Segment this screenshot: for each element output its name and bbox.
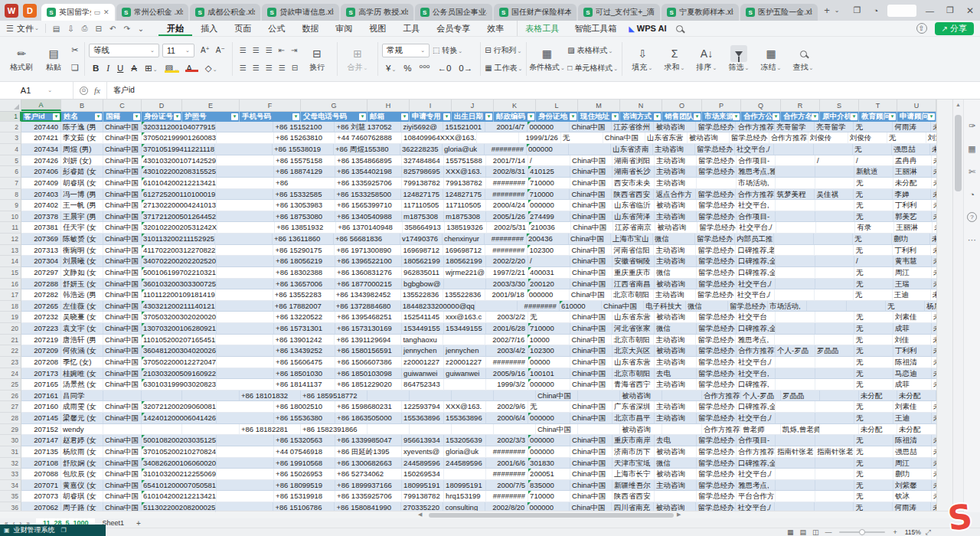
document-tab[interactable]: S贷款申请信息.xlsx (262, 4, 339, 21)
cell[interactable]: 411702200312270822 (142, 245, 216, 257)
cell[interactable]: 留学总经办 (697, 345, 737, 357)
cell[interactable] (815, 357, 854, 368)
zoom-level[interactable]: 115% (905, 528, 921, 536)
underline-button[interactable]: U (113, 64, 127, 73)
wps-logo-icon[interactable]: W (5, 4, 18, 18)
row-number[interactable]: 24 (0, 368, 21, 380)
cell[interactable] (815, 335, 854, 346)
cell[interactable]: China中国 (103, 435, 142, 446)
cell[interactable]: 留学总经办 (697, 413, 737, 424)
cell[interactable]: 陈子逸 (男 (61, 122, 103, 133)
filter-dropdown-button[interactable]: ▼ (443, 113, 450, 120)
cell[interactable] (217, 368, 274, 380)
cell[interactable] (815, 458, 854, 469)
cell[interactable]: 2000/4/24 (486, 200, 528, 211)
cell[interactable]: 左佳薇 (女 (61, 301, 103, 312)
cell[interactable]: 180995191 (402, 480, 444, 492)
cell[interactable]: 207071 (21, 480, 61, 492)
cell[interactable] (217, 357, 274, 368)
cell[interactable]: 微信 (686, 301, 728, 312)
row-number[interactable]: 18 (0, 301, 21, 312)
cell[interactable]: +86 15320563 (274, 435, 335, 446)
cell[interactable]: 社交平台,/ (737, 413, 776, 424)
cell[interactable]: 180562199 (444, 256, 486, 267)
cell[interactable]: +86 18501030 (274, 368, 335, 380)
tab-smart-toolbox[interactable]: 智能工具箱 (567, 23, 624, 34)
cell[interactable]: 济南市历下 (612, 446, 655, 458)
column-letter[interactable]: N (620, 100, 662, 111)
row-number[interactable]: 31 (0, 446, 21, 458)
cell[interactable]: +86 15263810 (274, 132, 335, 144)
cell[interactable]: 200120 (528, 279, 570, 290)
cell[interactable]: China中国 (103, 480, 142, 492)
row-number[interactable]: 27 (0, 401, 21, 413)
cell[interactable]: 广东省深圳 (612, 401, 655, 413)
cell[interactable]: 社交平台, (737, 200, 776, 211)
cell[interactable]: 825798695 (402, 166, 444, 178)
cell[interactable] (815, 469, 854, 480)
cell[interactable]: 000000 (528, 435, 570, 446)
cell[interactable]: 陈敏赟 (女 (61, 234, 103, 245)
cell[interactable]: 207369 (21, 234, 61, 245)
theme-icon[interactable]: ◔ (867, 6, 884, 15)
cell[interactable]: China中国 (570, 335, 612, 346)
cell[interactable]: 无 (886, 301, 925, 312)
grid-panel-icon[interactable]: ▦ (968, 144, 975, 154)
cell[interactable]: 153205639 (444, 435, 486, 446)
column-letter[interactable]: H (368, 100, 410, 111)
cell[interactable]: 151521001 (443, 122, 485, 133)
cell[interactable]: 207409 (21, 178, 61, 189)
horizontal-scroll-thumb[interactable] (429, 513, 674, 518)
cell[interactable]: 留学总经办 (697, 200, 737, 211)
cell[interactable]: 207173 (21, 368, 61, 380)
cell[interactable]: 117110505 (444, 200, 486, 211)
cell[interactable]: 河南省信阳 (612, 245, 654, 257)
cell[interactable]: gloria@uk (443, 144, 485, 155)
find-button[interactable]: 查找⌄ (787, 40, 819, 78)
cell[interactable]: 汤景然 (女 (61, 379, 103, 391)
cell[interactable]: 135522836 (401, 289, 443, 301)
cell[interactable] (815, 368, 854, 380)
ribbon-tab-会员专享[interactable]: 会员专享 (428, 21, 479, 36)
share-button[interactable]: ↗ 分享 (935, 22, 974, 35)
cell[interactable]: 无 (854, 491, 893, 502)
cell[interactable] (776, 435, 815, 446)
cell[interactable] (820, 391, 859, 402)
cell[interactable]: z20001227 (444, 357, 486, 368)
cell[interactable] (217, 200, 274, 211)
cell[interactable] (217, 222, 275, 234)
cell[interactable]: 天津市宝坻 (612, 458, 655, 469)
cell[interactable]: 无 (854, 200, 893, 211)
cell[interactable]: 山东省济南 (611, 144, 653, 155)
cell[interactable]: 留学总经办 (695, 234, 735, 245)
cell[interactable]: 207223 (21, 323, 61, 335)
cell[interactable]: +86 13901242 (273, 335, 335, 346)
cell[interactable]: 北京市朝阳 (612, 368, 655, 380)
cell[interactable]: 西安市未央 (612, 178, 655, 189)
tab-table-tools[interactable]: 表格工具 (518, 23, 567, 34)
cell[interactable]: 207288 (21, 279, 61, 290)
cell[interactable]: 蒯玏 (893, 469, 932, 480)
cell[interactable]: 710000 (528, 189, 570, 201)
normal-view-icon[interactable]: ▦ (784, 528, 797, 536)
cell[interactable] (216, 289, 273, 301)
page-layout-view-icon[interactable]: ▤ (796, 528, 809, 536)
cell[interactable]: 100101 (528, 368, 570, 380)
cell[interactable]: 110112200109181419 (142, 289, 216, 301)
row-number[interactable]: 34 (0, 480, 21, 492)
print-preview-icon[interactable]: ⊟ (92, 25, 106, 33)
cell[interactable]: ######## (486, 178, 528, 189)
cell[interactable] (776, 368, 815, 380)
cell[interactable] (776, 312, 815, 323)
cell[interactable]: 2002/7/16 (485, 335, 528, 346)
ribbon-tab-开始[interactable]: 开始 (158, 21, 192, 36)
cell[interactable]: 社交平台,/ (737, 222, 776, 234)
cell[interactable]: 32010220020531242X (142, 222, 217, 234)
cell[interactable]: +86 1971300890 (335, 245, 401, 257)
filter-dropdown-button[interactable]: ▼ (733, 113, 740, 120)
file-menu[interactable]: ☰ 文件 ⌄ (0, 23, 45, 34)
cell[interactable]: +86 1877000215 (335, 279, 402, 290)
cell[interactable]: 杨眉 (925, 301, 936, 312)
cell[interactable]: 蒯玏 (892, 234, 930, 245)
cell[interactable]: 155363896 (402, 413, 444, 424)
